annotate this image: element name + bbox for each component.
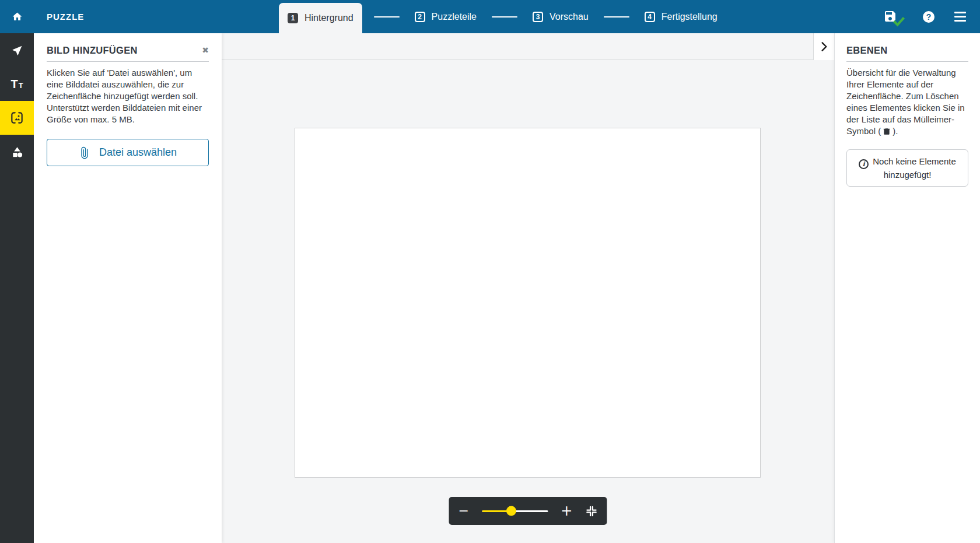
step-separator	[492, 16, 517, 17]
panel-title: BILD HINZUFÜGEN	[47, 45, 138, 56]
zoom-out-button[interactable]: −	[459, 505, 469, 517]
divider	[846, 61, 968, 62]
layers-panel: EBENEN Übersicht für die Verwaltung Ihre…	[834, 33, 980, 543]
save-button[interactable]	[883, 8, 903, 26]
zoom-slider[interactable]	[482, 506, 548, 516]
layers-description-text: Übersicht für die Verwaltung Ihrer Eleme…	[846, 68, 965, 136]
paperclip-icon	[76, 144, 93, 160]
panel-title: EBENEN	[846, 45, 968, 56]
tool-image-button[interactable]	[0, 101, 34, 135]
info-icon: i	[859, 159, 869, 169]
navigation-arrow-icon	[11, 44, 23, 57]
tool-text-button[interactable]: TT	[0, 67, 34, 101]
help-button[interactable]: ?	[923, 11, 935, 23]
tab-fertigstellung[interactable]: 4 Fertigstellung	[641, 0, 721, 33]
app-window: PUZZLE 1 Hintergrund 2 Puzzleteile 3 Vor…	[0, 0, 980, 543]
tab-puzzleteile[interactable]: 2 Puzzleteile	[411, 0, 480, 33]
empty-layers-message: iNoch keine Elemente hinzugefügt!	[846, 149, 968, 187]
compress-icon	[585, 505, 597, 517]
tab-vorschau[interactable]: 3 Vorschau	[529, 0, 592, 33]
menu-button[interactable]	[954, 12, 966, 22]
app-title: PUZZLE	[47, 12, 84, 22]
check-icon	[892, 16, 905, 26]
panel-header: BILD HINZUFÜGEN ✖	[47, 45, 209, 56]
zoom-toolbar: − +	[449, 497, 607, 525]
slider-knob[interactable]	[506, 506, 516, 516]
step-label: Puzzleteile	[432, 12, 477, 22]
image-panel: BILD HINZUFÜGEN ✖ Klicken Sie auf 'Datei…	[34, 33, 222, 543]
home-icon	[12, 11, 23, 22]
panel-description: Klicken Sie auf 'Datei auswählen', um ei…	[47, 67, 209, 125]
collapse-panel-button[interactable]	[813, 33, 834, 60]
step-label: Hintergrund	[304, 13, 354, 23]
step-number-badge: 1	[288, 13, 298, 23]
choose-file-label: Datei auswählen	[99, 146, 177, 159]
canvas-toolbar	[222, 33, 834, 60]
artboard[interactable]	[295, 128, 761, 478]
close-panel-button[interactable]: ✖	[202, 46, 209, 54]
choose-file-button[interactable]: Datei auswählen	[47, 139, 209, 166]
step-number-badge: 4	[645, 12, 655, 22]
step-separator	[604, 16, 629, 17]
step-label: Vorschau	[550, 12, 589, 22]
tool-shapes-button[interactable]	[0, 135, 34, 169]
shapes-icon	[10, 145, 24, 159]
step-nav: 1 Hintergrund 2 Puzzleteile 3 Vorschau 4…	[279, 0, 721, 33]
topbar-actions: ?	[883, 8, 980, 26]
layers-description: Übersicht für die Verwaltung Ihrer Eleme…	[846, 67, 968, 137]
trash-icon	[883, 127, 891, 136]
fit-to-screen-button[interactable]	[585, 505, 597, 517]
home-button[interactable]	[0, 0, 34, 33]
tool-navigate-button[interactable]	[0, 33, 34, 67]
canvas-area: − +	[222, 33, 834, 543]
tool-sidebar: TT	[0, 33, 34, 543]
zoom-in-button[interactable]: +	[561, 504, 572, 518]
step-label: Fertigstellung	[662, 12, 718, 22]
tab-hintergrund[interactable]: 1 Hintergrund	[279, 3, 362, 33]
step-separator	[374, 16, 400, 17]
divider	[47, 61, 209, 62]
empty-message-text: Noch keine Elemente hinzugefügt!	[873, 156, 956, 180]
layers-description-text: ).	[892, 126, 898, 136]
image-icon	[9, 110, 24, 125]
chevron-right-icon	[821, 42, 828, 51]
step-number-badge: 3	[533, 12, 543, 22]
help-icon: ?	[923, 11, 935, 23]
step-number-badge: 2	[415, 12, 425, 22]
text-tool-icon: TT	[10, 78, 23, 91]
top-bar: PUZZLE 1 Hintergrund 2 Puzzleteile 3 Vor…	[0, 0, 980, 33]
hamburger-menu-icon	[954, 12, 966, 22]
